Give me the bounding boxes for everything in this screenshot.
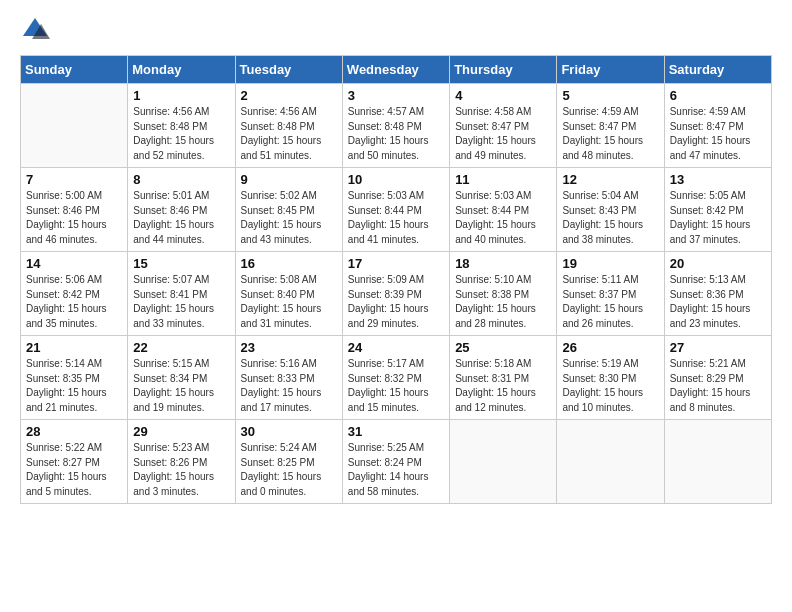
day-number: 10	[348, 172, 444, 187]
calendar-cell: 19Sunrise: 5:11 AM Sunset: 8:37 PM Dayli…	[557, 252, 664, 336]
calendar-cell: 2Sunrise: 4:56 AM Sunset: 8:48 PM Daylig…	[235, 84, 342, 168]
day-info: Sunrise: 4:59 AM Sunset: 8:47 PM Dayligh…	[562, 105, 658, 163]
calendar-header-row: SundayMondayTuesdayWednesdayThursdayFrid…	[21, 56, 772, 84]
day-number: 4	[455, 88, 551, 103]
logo	[20, 15, 54, 45]
day-number: 30	[241, 424, 337, 439]
day-info: Sunrise: 5:25 AM Sunset: 8:24 PM Dayligh…	[348, 441, 444, 499]
day-info: Sunrise: 5:05 AM Sunset: 8:42 PM Dayligh…	[670, 189, 766, 247]
calendar-cell	[557, 420, 664, 504]
day-number: 9	[241, 172, 337, 187]
day-info: Sunrise: 5:03 AM Sunset: 8:44 PM Dayligh…	[455, 189, 551, 247]
calendar-cell: 13Sunrise: 5:05 AM Sunset: 8:42 PM Dayli…	[664, 168, 771, 252]
calendar-cell: 28Sunrise: 5:22 AM Sunset: 8:27 PM Dayli…	[21, 420, 128, 504]
day-number: 14	[26, 256, 122, 271]
day-info: Sunrise: 5:16 AM Sunset: 8:33 PM Dayligh…	[241, 357, 337, 415]
day-number: 27	[670, 340, 766, 355]
day-number: 11	[455, 172, 551, 187]
calendar-cell: 31Sunrise: 5:25 AM Sunset: 8:24 PM Dayli…	[342, 420, 449, 504]
calendar-header-friday: Friday	[557, 56, 664, 84]
day-number: 5	[562, 88, 658, 103]
day-number: 7	[26, 172, 122, 187]
calendar-cell: 3Sunrise: 4:57 AM Sunset: 8:48 PM Daylig…	[342, 84, 449, 168]
day-info: Sunrise: 5:08 AM Sunset: 8:40 PM Dayligh…	[241, 273, 337, 331]
day-number: 8	[133, 172, 229, 187]
day-number: 6	[670, 88, 766, 103]
day-info: Sunrise: 4:56 AM Sunset: 8:48 PM Dayligh…	[133, 105, 229, 163]
day-info: Sunrise: 5:04 AM Sunset: 8:43 PM Dayligh…	[562, 189, 658, 247]
calendar-header-wednesday: Wednesday	[342, 56, 449, 84]
calendar-cell	[450, 420, 557, 504]
calendar-cell: 17Sunrise: 5:09 AM Sunset: 8:39 PM Dayli…	[342, 252, 449, 336]
calendar-cell: 27Sunrise: 5:21 AM Sunset: 8:29 PM Dayli…	[664, 336, 771, 420]
day-number: 19	[562, 256, 658, 271]
day-info: Sunrise: 5:23 AM Sunset: 8:26 PM Dayligh…	[133, 441, 229, 499]
calendar-cell: 16Sunrise: 5:08 AM Sunset: 8:40 PM Dayli…	[235, 252, 342, 336]
day-info: Sunrise: 5:07 AM Sunset: 8:41 PM Dayligh…	[133, 273, 229, 331]
day-number: 12	[562, 172, 658, 187]
day-info: Sunrise: 5:00 AM Sunset: 8:46 PM Dayligh…	[26, 189, 122, 247]
day-info: Sunrise: 5:18 AM Sunset: 8:31 PM Dayligh…	[455, 357, 551, 415]
calendar-cell: 26Sunrise: 5:19 AM Sunset: 8:30 PM Dayli…	[557, 336, 664, 420]
calendar-cell: 24Sunrise: 5:17 AM Sunset: 8:32 PM Dayli…	[342, 336, 449, 420]
day-info: Sunrise: 5:01 AM Sunset: 8:46 PM Dayligh…	[133, 189, 229, 247]
calendar-cell: 20Sunrise: 5:13 AM Sunset: 8:36 PM Dayli…	[664, 252, 771, 336]
calendar-cell: 10Sunrise: 5:03 AM Sunset: 8:44 PM Dayli…	[342, 168, 449, 252]
day-number: 16	[241, 256, 337, 271]
calendar-header-sunday: Sunday	[21, 56, 128, 84]
day-number: 13	[670, 172, 766, 187]
calendar-week-row: 14Sunrise: 5:06 AM Sunset: 8:42 PM Dayli…	[21, 252, 772, 336]
day-number: 22	[133, 340, 229, 355]
calendar-week-row: 21Sunrise: 5:14 AM Sunset: 8:35 PM Dayli…	[21, 336, 772, 420]
calendar-cell: 15Sunrise: 5:07 AM Sunset: 8:41 PM Dayli…	[128, 252, 235, 336]
calendar-cell: 22Sunrise: 5:15 AM Sunset: 8:34 PM Dayli…	[128, 336, 235, 420]
day-info: Sunrise: 5:06 AM Sunset: 8:42 PM Dayligh…	[26, 273, 122, 331]
calendar-cell: 14Sunrise: 5:06 AM Sunset: 8:42 PM Dayli…	[21, 252, 128, 336]
calendar-cell: 18Sunrise: 5:10 AM Sunset: 8:38 PM Dayli…	[450, 252, 557, 336]
day-info: Sunrise: 5:10 AM Sunset: 8:38 PM Dayligh…	[455, 273, 551, 331]
calendar-cell: 11Sunrise: 5:03 AM Sunset: 8:44 PM Dayli…	[450, 168, 557, 252]
day-number: 29	[133, 424, 229, 439]
day-number: 25	[455, 340, 551, 355]
day-number: 28	[26, 424, 122, 439]
day-number: 26	[562, 340, 658, 355]
calendar-week-row: 28Sunrise: 5:22 AM Sunset: 8:27 PM Dayli…	[21, 420, 772, 504]
day-info: Sunrise: 5:14 AM Sunset: 8:35 PM Dayligh…	[26, 357, 122, 415]
calendar-cell: 30Sunrise: 5:24 AM Sunset: 8:25 PM Dayli…	[235, 420, 342, 504]
calendar-cell: 7Sunrise: 5:00 AM Sunset: 8:46 PM Daylig…	[21, 168, 128, 252]
calendar-cell: 25Sunrise: 5:18 AM Sunset: 8:31 PM Dayli…	[450, 336, 557, 420]
day-number: 2	[241, 88, 337, 103]
calendar-cell: 6Sunrise: 4:59 AM Sunset: 8:47 PM Daylig…	[664, 84, 771, 168]
calendar-header-thursday: Thursday	[450, 56, 557, 84]
calendar-header-tuesday: Tuesday	[235, 56, 342, 84]
day-info: Sunrise: 5:24 AM Sunset: 8:25 PM Dayligh…	[241, 441, 337, 499]
page-container: SundayMondayTuesdayWednesdayThursdayFrid…	[0, 0, 792, 519]
day-number: 15	[133, 256, 229, 271]
day-number: 18	[455, 256, 551, 271]
logo-icon	[20, 15, 50, 45]
header	[20, 15, 772, 45]
calendar-header-saturday: Saturday	[664, 56, 771, 84]
day-number: 1	[133, 88, 229, 103]
day-info: Sunrise: 5:19 AM Sunset: 8:30 PM Dayligh…	[562, 357, 658, 415]
day-number: 23	[241, 340, 337, 355]
calendar-cell: 8Sunrise: 5:01 AM Sunset: 8:46 PM Daylig…	[128, 168, 235, 252]
calendar-cell: 29Sunrise: 5:23 AM Sunset: 8:26 PM Dayli…	[128, 420, 235, 504]
day-info: Sunrise: 5:02 AM Sunset: 8:45 PM Dayligh…	[241, 189, 337, 247]
day-number: 31	[348, 424, 444, 439]
day-info: Sunrise: 4:59 AM Sunset: 8:47 PM Dayligh…	[670, 105, 766, 163]
day-info: Sunrise: 5:15 AM Sunset: 8:34 PM Dayligh…	[133, 357, 229, 415]
day-info: Sunrise: 5:09 AM Sunset: 8:39 PM Dayligh…	[348, 273, 444, 331]
day-info: Sunrise: 5:13 AM Sunset: 8:36 PM Dayligh…	[670, 273, 766, 331]
calendar-cell: 9Sunrise: 5:02 AM Sunset: 8:45 PM Daylig…	[235, 168, 342, 252]
day-number: 20	[670, 256, 766, 271]
calendar-cell: 23Sunrise: 5:16 AM Sunset: 8:33 PM Dayli…	[235, 336, 342, 420]
calendar-cell	[664, 420, 771, 504]
day-number: 21	[26, 340, 122, 355]
day-info: Sunrise: 5:17 AM Sunset: 8:32 PM Dayligh…	[348, 357, 444, 415]
calendar-week-row: 7Sunrise: 5:00 AM Sunset: 8:46 PM Daylig…	[21, 168, 772, 252]
day-info: Sunrise: 5:22 AM Sunset: 8:27 PM Dayligh…	[26, 441, 122, 499]
day-info: Sunrise: 5:11 AM Sunset: 8:37 PM Dayligh…	[562, 273, 658, 331]
calendar-week-row: 1Sunrise: 4:56 AM Sunset: 8:48 PM Daylig…	[21, 84, 772, 168]
day-number: 24	[348, 340, 444, 355]
